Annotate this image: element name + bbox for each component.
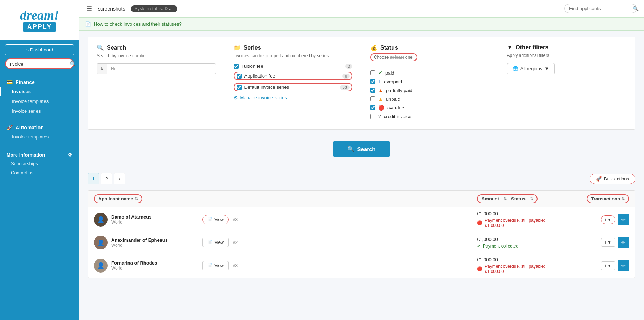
status-damo: 🔴 Payment overdue, still payable: €1,000… xyxy=(477,218,557,228)
th-amount-status[interactable]: Amount ⇅ Status ⇅ xyxy=(477,194,538,203)
info-dropdown-anaximander[interactable]: i ▼ xyxy=(601,238,615,247)
sidebar-item-contact-us[interactable]: Contact us xyxy=(0,168,79,177)
info-dropdown-damo[interactable]: i ▼ xyxy=(601,215,615,224)
applicant-cell-fornarina: 👤 Fornarina of Rhodes World xyxy=(94,259,202,273)
status-filter-icon: 💰 xyxy=(370,44,377,51)
all-regions-button[interactable]: 🌐 All regions ▼ xyxy=(507,63,555,74)
sidebar-more-info-section: More information ⚙ Scholarships Contact … xyxy=(0,146,79,180)
sidebar-item-invoices[interactable]: Invoices xyxy=(0,87,79,96)
status-checkbox-credit[interactable] xyxy=(370,114,375,119)
table-row: 👤 Fornarina of Rhodes World 📄 View #3 €1… xyxy=(88,253,635,278)
filter-series-sub: Invoices can be grouped and numbered by … xyxy=(234,53,353,58)
page-2-button[interactable]: 2 xyxy=(101,173,112,184)
search-button-row: 🔍 Search xyxy=(88,138,635,157)
sidebar-search-input[interactable] xyxy=(9,61,70,67)
edit-button-anaximander[interactable]: ✏ xyxy=(618,237,629,248)
breadcrumb: screenshots xyxy=(98,6,125,12)
applicant-sub-fornarina: World xyxy=(111,266,157,271)
status-checkbox-unpaid[interactable] xyxy=(370,96,375,101)
applicant-sub-damo: World xyxy=(111,220,151,225)
sidebar-search-box[interactable]: 🔍 xyxy=(5,58,74,69)
status-checkbox-overpaid[interactable] xyxy=(370,79,375,84)
dashboard-button[interactable]: ⌂ Dashboard xyxy=(5,44,74,55)
status-checkbox-partial[interactable] xyxy=(370,88,375,93)
finance-icon: 💳 xyxy=(7,79,13,85)
th-transactions[interactable]: Transactions ⇅ xyxy=(587,194,629,203)
status-item-overpaid: + overpaid xyxy=(370,79,489,84)
sort-transactions-icon: ⇅ xyxy=(622,196,625,201)
manage-invoice-series-link[interactable]: ⚙ Manage invoice series xyxy=(234,95,353,100)
amount-fornarina: €1,000.00 xyxy=(477,257,557,262)
info-banner[interactable]: 📄 How to check Invoices and their status… xyxy=(79,17,644,31)
sidebar-finance-header: 💳 Finance xyxy=(0,76,79,87)
series-checkbox-application[interactable] xyxy=(237,74,242,79)
invoice-number-input[interactable] xyxy=(107,64,215,74)
avatar-damo: 👤 xyxy=(94,213,108,227)
view-button-damo[interactable]: 📄 View xyxy=(202,215,229,224)
applicant-name-fornarina: Fornarina of Rhodes xyxy=(111,260,157,266)
hamburger-icon[interactable]: ☰ xyxy=(86,5,92,13)
next-page-button[interactable]: › xyxy=(114,173,125,184)
system-status-badge: System status: Draft xyxy=(131,5,177,12)
table-row: 👤 Anaximander of Ephesus World 📄 View #2… xyxy=(88,232,635,253)
page-1-button[interactable]: 1 xyxy=(88,173,99,184)
filter-other-title: ▼ Other filters xyxy=(507,44,627,51)
invoice-number-input-wrapper[interactable]: # xyxy=(97,63,216,74)
filter-other-col: ▼ Other filters Apply additional filters… xyxy=(498,37,635,129)
amount-damo: €1,000.00 xyxy=(477,211,557,216)
edit-button-damo[interactable]: ✏ xyxy=(618,214,629,225)
status-item-credit: ? credit invoice xyxy=(370,113,489,119)
search-button[interactable]: 🔍 Search xyxy=(333,141,390,157)
invoice-num-anaximander: #2 xyxy=(233,240,238,245)
series-checkbox-tuition[interactable] xyxy=(234,64,239,69)
invoice-num-damo: #3 xyxy=(233,217,238,222)
filter-status-title: 💰 Status xyxy=(370,44,489,51)
info-dropdown-fornarina[interactable]: i ▼ xyxy=(601,261,615,270)
unpaid-icon: ▲ xyxy=(378,96,383,102)
info-icon: 📄 xyxy=(85,21,91,27)
sort-amount-icon: ⇅ xyxy=(503,196,507,201)
th-empty xyxy=(202,194,477,203)
status-checkbox-paid[interactable] xyxy=(370,70,375,75)
pagination-row: 1 2 › 🚀 Bulk actions xyxy=(88,173,635,184)
sidebar-item-automation-templates[interactable]: Invoice templates xyxy=(0,132,79,142)
invoice-num-fornarina: #3 xyxy=(233,263,238,268)
search-filter-icon: 🔍 xyxy=(97,44,104,51)
series-badge-tuition: 0 xyxy=(345,64,352,69)
sidebar-item-scholarships[interactable]: Scholarships xyxy=(0,159,79,168)
actions-fornarina: i ▼ ✏ xyxy=(557,260,629,271)
status-checkbox-overdue[interactable] xyxy=(370,105,375,110)
gear-icon[interactable]: ⚙ xyxy=(68,152,72,158)
sidebar-item-invoice-series[interactable]: Invoice series xyxy=(0,106,79,116)
overdue-icon: 🔴 xyxy=(378,105,384,111)
find-applicants-input[interactable] xyxy=(569,6,630,11)
filter-series-col: 📁 Series Invoices can be grouped and num… xyxy=(225,37,362,129)
globe-icon: 🌐 xyxy=(513,66,518,71)
filter-other-sub: Apply additional filters xyxy=(507,53,627,58)
search-btn-icon: 🔍 xyxy=(347,146,354,152)
avatar-fornarina: 👤 xyxy=(94,259,108,273)
series-checkbox-default[interactable] xyxy=(237,85,242,90)
view-button-anaximander[interactable]: 📄 View xyxy=(202,238,229,247)
overdue-status-icon-2: 🔴 xyxy=(477,266,482,271)
edit-button-fornarina[interactable]: ✏ xyxy=(618,260,629,271)
view-wrapper-damo: 📄 View #3 xyxy=(202,215,477,224)
th-applicant-name[interactable]: Applicant name ⇅ xyxy=(94,194,142,203)
sort-applicant-icon: ⇅ xyxy=(135,196,138,201)
applicant-name-anaximander: Anaximander of Ephesus xyxy=(111,237,168,243)
sidebar-automation-header: 🚀 Automation xyxy=(0,122,79,132)
view-button-fornarina[interactable]: 📄 View xyxy=(202,261,229,270)
filter-search-title: 🔍 Search xyxy=(97,44,216,51)
status-value: Draft xyxy=(164,6,174,11)
find-applicants-search[interactable]: 🔍 xyxy=(564,4,637,13)
logo-apply: APPLY xyxy=(23,22,56,32)
partial-icon: ▲ xyxy=(378,87,383,93)
bulk-actions-button[interactable]: 🚀 Bulk actions xyxy=(590,174,635,184)
paid-icon: ✔ xyxy=(378,70,382,76)
filter-status-col: 💰 Status Choose at least one: ✔ paid + xyxy=(361,37,498,129)
series-item-application: Application fee 0 xyxy=(234,72,353,80)
status-anaximander: ✔ Payment collected xyxy=(477,244,557,249)
sidebar-item-invoice-templates[interactable]: Invoice templates xyxy=(0,96,79,106)
table-header: Applicant name ⇅ Amount ⇅ Status ⇅ Trans… xyxy=(88,191,635,207)
hash-symbol: # xyxy=(97,64,107,74)
